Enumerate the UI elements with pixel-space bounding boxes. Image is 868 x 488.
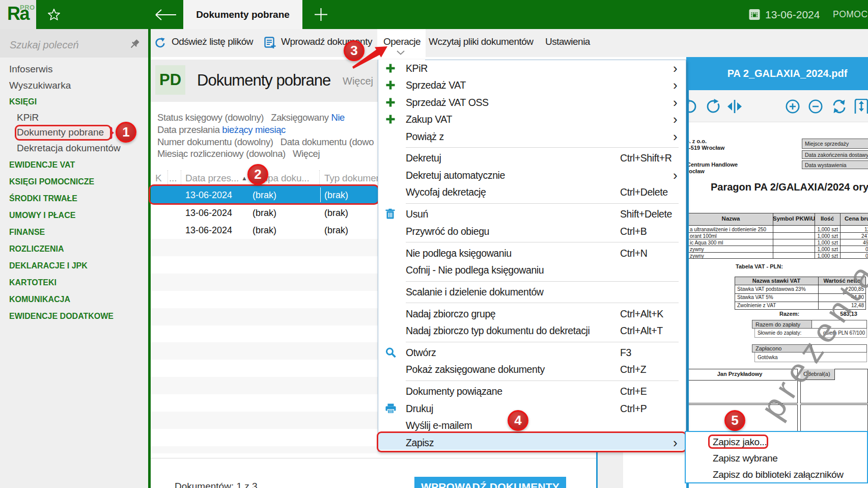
svg-text:prezentacja: prezentacja <box>753 201 868 425</box>
